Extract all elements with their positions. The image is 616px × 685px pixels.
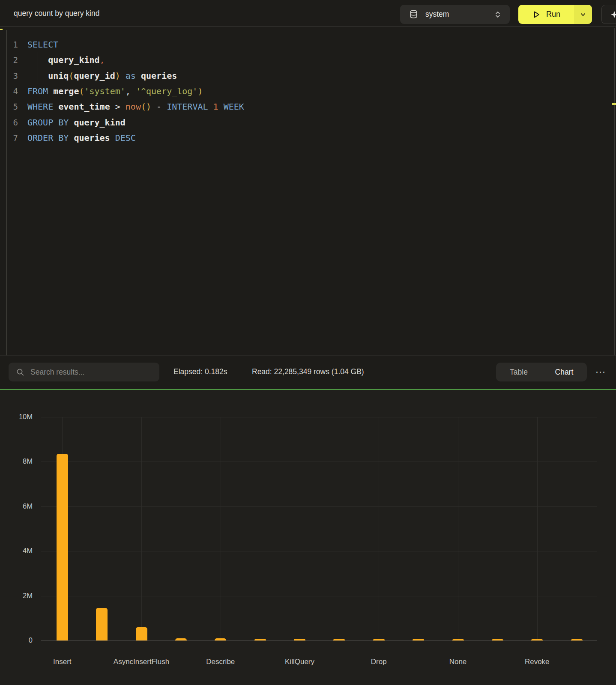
run-button[interactable]: Run: [518, 5, 574, 24]
chart-panel: query count by query kind: [0, 390, 616, 685]
view-toggle: Table Chart: [496, 363, 587, 381]
code-line: 2 query_kind,: [0, 52, 600, 68]
line-number: 5: [0, 102, 18, 111]
chevron-down-icon: [580, 11, 586, 18]
chart-view-button[interactable]: Chart: [541, 363, 587, 381]
elapsed-stat: Elapsed: 0.182s: [173, 367, 227, 376]
sql-editor[interactable]: 1SELECT2 query_kind,3 uniq(query_id) as …: [0, 28, 616, 355]
search-icon: [16, 368, 24, 376]
code-text: GROUP BY query_kind: [27, 117, 126, 128]
run-options-chevron[interactable]: [574, 5, 592, 24]
code-text: query_kind,: [27, 55, 105, 65]
line-number: 7: [0, 133, 18, 143]
sparkle-icon: [610, 10, 616, 19]
search-box: [9, 363, 159, 381]
database-name: system: [425, 10, 449, 19]
line-number: 2: [0, 55, 18, 65]
code-text: FROM merge('system', '^query_log'): [27, 86, 203, 96]
query-tab-title: query count by query kind: [14, 9, 99, 18]
code-line: 7ORDER BY queries DESC: [0, 130, 600, 146]
run-button-label: Run: [546, 10, 560, 19]
code-lines: 1SELECT2 query_kind,3 uniq(query_id) as …: [0, 37, 600, 146]
results-toolbar: Elapsed: 0.182s Read: 22,285,349 rows (1…: [0, 355, 616, 389]
line-number: 1: [0, 40, 18, 49]
more-options-button[interactable]: ⋯: [591, 363, 610, 381]
search-results-input[interactable]: [24, 363, 159, 381]
code-line: 4FROM merge('system', '^query_log'): [0, 83, 600, 99]
code-text: SELECT: [27, 39, 58, 50]
database-selector[interactable]: system: [400, 5, 510, 24]
line-number: 3: [0, 71, 18, 80]
code-text: ORDER BY queries DESC: [27, 133, 136, 143]
active-query-dash: [0, 29, 3, 30]
code-line: 5WHERE event_time > now() - INTERVAL 1 W…: [0, 99, 600, 114]
play-icon: [532, 10, 541, 19]
table-view-button[interactable]: Table: [496, 363, 541, 381]
top-bar: query count by query kind system Run: [0, 0, 616, 27]
code-line: 6GROUP BY query_kind: [0, 114, 600, 130]
chevron-updown-icon: [494, 11, 501, 18]
code-line: 1SELECT: [0, 37, 600, 52]
read-stat: Read: 22,285,349 rows (1.04 GB): [252, 367, 364, 376]
code-line: 3 uniq(query_id) as queries: [0, 68, 600, 83]
database-icon: [410, 10, 418, 19]
run-button-group: Run: [518, 5, 592, 24]
ruler-warning-marker: [612, 103, 616, 105]
line-number: 6: [0, 118, 18, 127]
line-number: 4: [0, 86, 18, 96]
code-text: uniq(query_id) as queries: [27, 71, 177, 81]
code-text: WHERE event_time > now() - INTERVAL 1 WE…: [27, 101, 244, 112]
format-query-button[interactable]: [601, 5, 616, 24]
